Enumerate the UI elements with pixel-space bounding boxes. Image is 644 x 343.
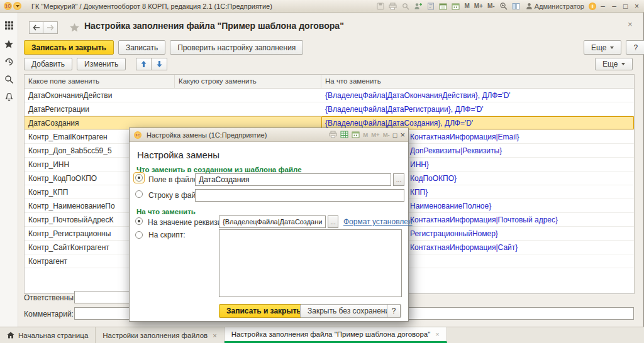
- scale-decrease-button[interactable]: M-: [486, 3, 496, 9]
- minimize-window-button[interactable]: –: [609, 2, 619, 11]
- attribute-picker-button[interactable]: ...: [328, 215, 338, 228]
- attribute-value-radio[interactable]: [135, 217, 143, 225]
- history-icon[interactable]: [4, 57, 14, 67]
- string-in-file-radio[interactable]: [135, 190, 143, 198]
- table-command-bar-right: Еще: [595, 58, 633, 70]
- dialog-scale-decrease: M-: [383, 131, 390, 138]
- menu-grid-icon[interactable]: [4, 20, 14, 30]
- save-and-close-button[interactable]: Записать и закрыть: [24, 40, 114, 55]
- dialog-close-nosave-button[interactable]: Закрыть без сохранения: [300, 304, 401, 318]
- table-header: Какое поле заменить Какую строку заменит…: [25, 75, 634, 89]
- table-row[interactable]: ДатаРегистрации{ВладелецФайла|ДатаРегист…: [25, 102, 634, 116]
- cell-string[interactable]: [175, 102, 321, 116]
- add-row-button[interactable]: Добавить: [24, 58, 72, 70]
- form-command-bar: Записать и закрыть Записать Проверить на…: [24, 40, 303, 55]
- column-header-replace[interactable]: На что заменить: [321, 75, 634, 88]
- more-button[interactable]: Еще: [584, 40, 621, 55]
- close-window-button[interactable]: ×: [632, 2, 641, 11]
- cell-replace[interactable]: {ВладелецФайла|ДатаРегистрации}, ДЛФ='D': [321, 102, 634, 116]
- tab-window-2[interactable]: Настройка заполнения файла "Пример шабло…: [225, 327, 447, 343]
- save-icon[interactable]: [375, 1, 386, 11]
- window-titlebar: 1С ГК "Меркурий" / Документооборот 8 КОР…: [0, 0, 644, 13]
- section-what-to-replace: Что заменить в созданном из шаблона файл…: [136, 166, 302, 173]
- responsible-label: Ответственный:: [24, 293, 80, 302]
- string-in-file-input[interactable]: [195, 189, 404, 202]
- maximize-window-button[interactable]: □: [621, 2, 630, 11]
- script-label[interactable]: На скрипт:: [148, 231, 186, 239]
- field-in-file-radio[interactable]: [135, 174, 143, 182]
- field-in-file-label[interactable]: Поле в файле:: [148, 175, 200, 184]
- table-command-bar: Добавить Изменить: [24, 58, 167, 70]
- calendar-icon[interactable]: [438, 1, 448, 11]
- move-row-group: [136, 58, 167, 70]
- back-button[interactable]: [29, 21, 43, 34]
- dialog-close-button[interactable]: ×: [400, 130, 405, 139]
- dialog-restore-button[interactable]: □: [393, 131, 397, 139]
- form-close-icon[interactable]: ×: [628, 19, 633, 29]
- print-preview-icon[interactable]: [425, 1, 436, 11]
- cell-string[interactable]: [175, 89, 321, 102]
- table-more-button[interactable]: Еще: [595, 58, 633, 70]
- main-menu-button[interactable]: [13, 2, 21, 10]
- tab-home[interactable]: Начальная страница: [0, 327, 96, 343]
- application-window: 1С ГК "Меркурий" / Документооборот 8 КОР…: [0, 0, 644, 343]
- table-row[interactable]: ДатаОкончанияДействи{ВладелецФайла|ДатаО…: [25, 89, 634, 102]
- comment-label: Комментарий:: [24, 310, 74, 318]
- dialog-table-icon[interactable]: [340, 131, 348, 139]
- tab-close-icon[interactable]: ×: [435, 330, 439, 338]
- dialog-calendar-icon[interactable]: [352, 131, 360, 139]
- cell-field[interactable]: ДатаОкончанияДействи: [25, 89, 175, 102]
- save-button[interactable]: Записать: [118, 40, 165, 55]
- attribute-value-input[interactable]: [219, 215, 326, 228]
- dialog-print-icon[interactable]: [329, 131, 337, 139]
- script-radio[interactable]: [135, 231, 143, 239]
- form-command-bar-right: Еще ?: [584, 40, 644, 55]
- favorite-toggle-star-icon[interactable]: [69, 23, 80, 35]
- check-fill-settings-button[interactable]: Проверить настройку заполнения: [170, 40, 303, 55]
- field-in-file-input[interactable]: [195, 173, 391, 186]
- edit-row-button[interactable]: Изменить: [77, 58, 126, 70]
- forward-button[interactable]: [43, 21, 58, 34]
- search-icon[interactable]: [400, 1, 411, 11]
- notifications-bell-icon[interactable]: [4, 92, 14, 102]
- dialog-body: Настройка замены Что заменить в созданно…: [130, 142, 408, 321]
- zoom-icon[interactable]: [498, 1, 509, 11]
- user-name-label: Администратор: [535, 3, 584, 10]
- replacement-settings-dialog: 1С Настройка замены (1С:Предприятие) M M…: [129, 128, 409, 322]
- favorites-star-icon[interactable]: [4, 39, 14, 49]
- collapse-window-button[interactable]: –: [598, 2, 608, 11]
- field-picker-button[interactable]: ...: [393, 173, 404, 186]
- cell-field[interactable]: ДатаРегистрации: [25, 102, 175, 116]
- add-user-icon[interactable]: [413, 1, 423, 11]
- format-set-link[interactable]: Формат установлен: [343, 217, 413, 226]
- dialog-help-button[interactable]: ?: [387, 304, 401, 318]
- column-header-string[interactable]: Какую строку заменить: [175, 75, 321, 88]
- calendar-schedule-icon[interactable]: [450, 1, 461, 11]
- dialog-titlebar[interactable]: 1С Настройка замены (1С:Предприятие) M M…: [130, 128, 408, 142]
- scale-increase-button[interactable]: M+: [473, 3, 484, 9]
- dialog-title-text: Настройка замены (1С:Предприятие): [147, 131, 267, 139]
- current-user[interactable]: Администратор: [526, 3, 584, 10]
- script-input[interactable]: [219, 229, 402, 297]
- dialog-save-close-button[interactable]: Записать и закрыть: [219, 304, 309, 318]
- move-up-button[interactable]: [136, 58, 152, 70]
- cell-replace[interactable]: {ВладелецФайла|ДатаОкончанияДействия}, Д…: [321, 89, 634, 102]
- dialog-heading: Настройка замены: [137, 150, 219, 160]
- tab-close-icon[interactable]: ×: [213, 332, 216, 339]
- split-window-icon[interactable]: [511, 1, 521, 11]
- dialog-scale-normal: M: [363, 131, 368, 138]
- print-icon[interactable]: [387, 1, 398, 11]
- tab-label: Начальная страница: [18, 332, 88, 339]
- scale-normal-button[interactable]: M: [463, 3, 470, 9]
- info-icon[interactable]: i: [589, 3, 596, 10]
- app-logo-icon: 1С: [4, 2, 12, 10]
- move-down-button[interactable]: [152, 58, 167, 70]
- search-sidebar-icon[interactable]: [4, 74, 14, 84]
- column-header-field[interactable]: Какое поле заменить: [25, 75, 175, 88]
- tab-window-1[interactable]: Настройки заполнения файлов×: [96, 327, 224, 343]
- dialog-scale-increase: M+: [371, 131, 379, 138]
- help-button[interactable]: ?: [626, 40, 644, 55]
- radio-focus-ring: [133, 172, 145, 183]
- nav-history-group: [29, 21, 58, 34]
- dialog-logo-icon: 1С: [134, 131, 142, 139]
